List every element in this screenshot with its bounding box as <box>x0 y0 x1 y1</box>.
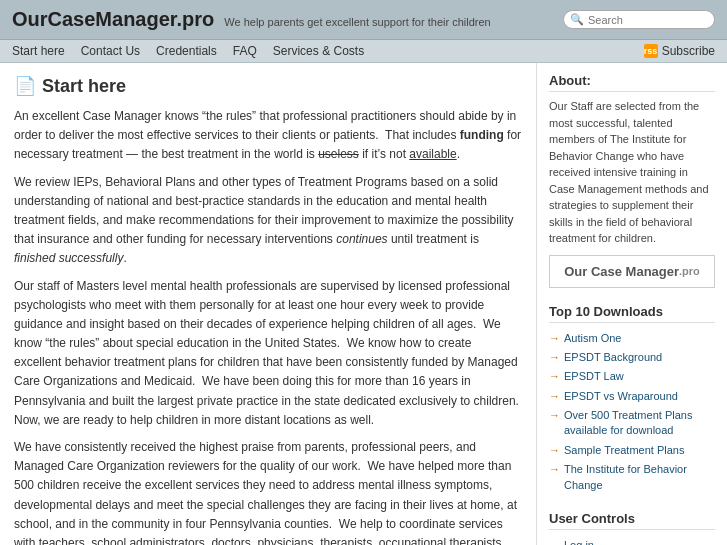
logo-text: Our Case Manager <box>564 264 679 279</box>
nav: Start here Contact Us Credentials FAQ Se… <box>0 40 727 63</box>
list-item: → Autism One <box>549 329 715 348</box>
downloads-title: Top 10 Downloads <box>549 304 715 323</box>
subscribe-button[interactable]: rss Subscribe <box>644 44 715 58</box>
about-text: Our Staff are selected from the most suc… <box>549 98 715 247</box>
paragraph-4: We have consistently received the highes… <box>14 438 522 545</box>
search-input[interactable] <box>588 14 708 26</box>
list-item: → Log in <box>549 536 715 545</box>
sidebar-user-controls: User Controls → Log in <box>549 511 715 545</box>
downloads-list: → Autism One → EPSDT Background → EPSDT … <box>549 329 715 496</box>
download-link-3[interactable]: EPSDT vs Wraparound <box>564 389 678 404</box>
italic-finished: finished successfully <box>14 251 123 265</box>
underline-available: available <box>409 147 456 161</box>
sidebar-about: About: Our Staff are selected from the m… <box>549 73 715 288</box>
paragraph-1: An excellent Case Manager knows “the rul… <box>14 107 522 165</box>
nav-contact-us[interactable]: Contact Us <box>81 44 140 58</box>
page-title: Start here <box>42 76 126 97</box>
content-area: 📄 Start here An excellent Case Manager k… <box>0 63 537 545</box>
user-controls-list: → Log in <box>549 536 715 545</box>
login-link[interactable]: Log in <box>564 538 594 545</box>
download-link-6[interactable]: The Institute for Behavior Change <box>564 462 715 493</box>
sidebar-logo: Our Case Manager .pro <box>558 264 706 279</box>
sidebar: About: Our Staff are selected from the m… <box>537 63 727 545</box>
arrow-icon: → <box>549 332 560 344</box>
sidebar-logo-box: Our Case Manager .pro <box>549 255 715 288</box>
site-title[interactable]: OurCaseManager.pro <box>12 8 214 31</box>
header: OurCaseManager.pro We help parents get e… <box>0 0 727 40</box>
arrow-icon: → <box>549 444 560 456</box>
nav-links: Start here Contact Us Credentials FAQ Se… <box>12 44 364 58</box>
page-icon: 📄 <box>14 75 36 97</box>
list-item: → EPSDT Background <box>549 348 715 367</box>
arrow-icon: → <box>549 390 560 402</box>
list-item: → EPSDT vs Wraparound <box>549 387 715 406</box>
search-box: 🔍 <box>563 10 715 29</box>
rss-icon: rss <box>644 44 658 58</box>
paragraph-2: We review IEPs, Behavioral Plans and oth… <box>14 173 522 269</box>
about-title: About: <box>549 73 715 92</box>
list-item: → EPSDT Law <box>549 367 715 386</box>
arrow-icon: → <box>549 409 560 421</box>
header-left: OurCaseManager.pro We help parents get e… <box>12 8 491 31</box>
nav-faq[interactable]: FAQ <box>233 44 257 58</box>
download-link-4[interactable]: Over 500 Treatment Plans available for d… <box>564 408 715 439</box>
nav-services-costs[interactable]: Services & Costs <box>273 44 364 58</box>
list-item: → Sample Treatment Plans <box>549 441 715 460</box>
search-icon: 🔍 <box>570 13 584 26</box>
download-link-1[interactable]: EPSDT Background <box>564 350 662 365</box>
list-item: → Over 500 Treatment Plans available for… <box>549 406 715 441</box>
italic-continues: continues <box>336 232 387 246</box>
page-heading: 📄 Start here <box>14 75 522 97</box>
paragraph-3: Our staff of Masters level mental health… <box>14 277 522 431</box>
logo-accent: .pro <box>679 265 700 277</box>
download-link-0[interactable]: Autism One <box>564 331 621 346</box>
arrow-icon: → <box>549 351 560 363</box>
arrow-icon: → <box>549 370 560 382</box>
download-link-5[interactable]: Sample Treatment Plans <box>564 443 684 458</box>
sidebar-downloads: Top 10 Downloads → Autism One → EPSDT Ba… <box>549 304 715 496</box>
nav-credentials[interactable]: Credentials <box>156 44 217 58</box>
site-tagline: We help parents get excellent support fo… <box>224 16 490 28</box>
list-item: → The Institute for Behavior Change <box>549 460 715 495</box>
main: 📄 Start here An excellent Case Manager k… <box>0 63 727 545</box>
subscribe-label: Subscribe <box>662 44 715 58</box>
arrow-icon: → <box>549 463 560 475</box>
user-controls-title: User Controls <box>549 511 715 530</box>
nav-start-here[interactable]: Start here <box>12 44 65 58</box>
arrow-icon: → <box>549 540 560 545</box>
download-link-2[interactable]: EPSDT Law <box>564 369 624 384</box>
bold-funding: funding <box>460 128 504 142</box>
strikethrough-useless: useless <box>318 147 359 161</box>
